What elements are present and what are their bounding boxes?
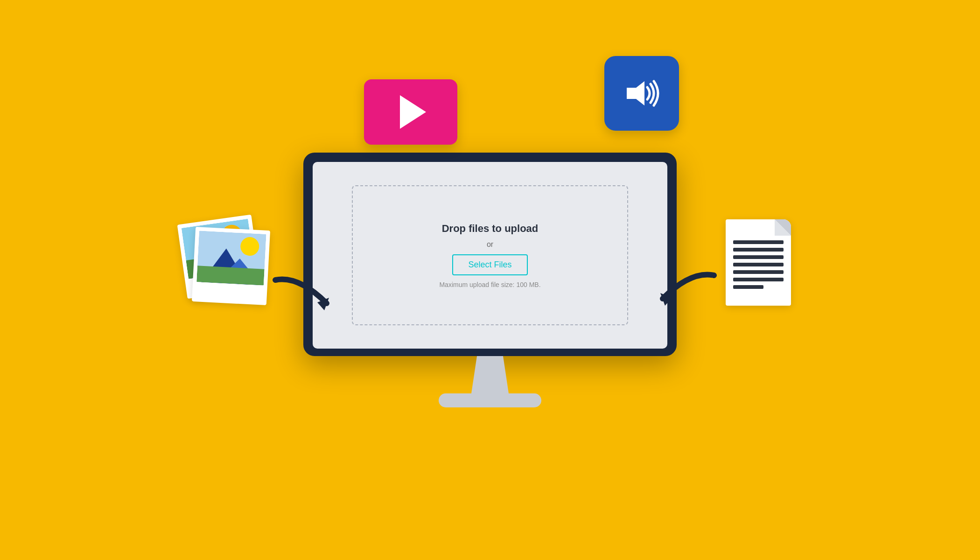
arrow-left-icon bbox=[271, 271, 336, 313]
doc-paper bbox=[726, 219, 791, 306]
main-scene: Drop files to upload or Select Files Max… bbox=[163, 70, 817, 490]
monitor: Drop files to upload or Select Files Max… bbox=[303, 153, 677, 407]
play-icon bbox=[400, 95, 426, 129]
monitor-frame: Drop files to upload or Select Files Max… bbox=[303, 153, 677, 356]
document-card bbox=[726, 219, 791, 306]
monitor-screen: Drop files to upload or Select Files Max… bbox=[313, 162, 667, 349]
arrow-right bbox=[653, 266, 719, 310]
drop-zone-title: Drop files to upload bbox=[442, 223, 539, 235]
drop-zone-or: or bbox=[487, 240, 493, 249]
monitor-stand-base bbox=[439, 393, 541, 407]
doc-line bbox=[733, 278, 784, 281]
speaker-icon bbox=[623, 75, 660, 112]
select-files-button[interactable]: Select Files bbox=[452, 254, 527, 275]
doc-line bbox=[733, 248, 784, 252]
svg-marker-0 bbox=[627, 81, 644, 105]
photo-front bbox=[192, 227, 270, 305]
max-size-label: Maximum upload file size: 100 MB. bbox=[439, 281, 540, 288]
arrow-right-icon bbox=[653, 266, 719, 308]
drop-zone[interactable]: Drop files to upload or Select Files Max… bbox=[352, 185, 629, 325]
doc-line bbox=[733, 270, 784, 274]
doc-line bbox=[733, 240, 784, 244]
mountain-image-2 bbox=[196, 231, 266, 285]
doc-line bbox=[733, 263, 784, 266]
doc-line bbox=[733, 285, 763, 289]
monitor-stand-neck bbox=[471, 356, 509, 393]
doc-line bbox=[733, 255, 784, 259]
arrow-left bbox=[271, 271, 336, 315]
